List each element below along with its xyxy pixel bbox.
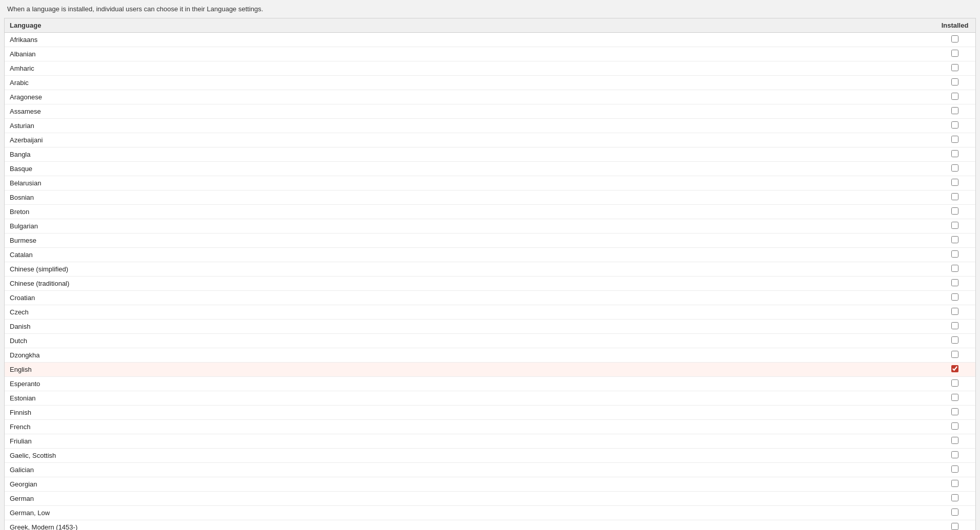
installed-cell — [934, 162, 975, 176]
table-row: Azerbaijani — [5, 133, 975, 147]
language-name: Croatian — [5, 291, 934, 305]
language-name: Catalan — [5, 248, 934, 262]
installed-checkbox[interactable] — [951, 422, 958, 430]
table-row: Afrikaans — [5, 33, 975, 47]
installed-cell — [934, 320, 975, 334]
language-name: German — [5, 492, 934, 506]
language-name: Galician — [5, 463, 934, 477]
installed-cell — [934, 205, 975, 219]
installed-cell — [934, 47, 975, 61]
installed-checkbox[interactable] — [951, 480, 958, 487]
installed-checkbox[interactable] — [951, 308, 958, 315]
language-table-body: AfrikaansAlbanianAmharicArabicAragoneseA… — [5, 33, 975, 531]
installed-checkbox[interactable] — [951, 136, 958, 143]
table-row: Burmese — [5, 234, 975, 248]
installed-column-header: Installed — [934, 18, 975, 33]
installed-checkbox[interactable] — [951, 293, 958, 301]
installed-checkbox[interactable] — [951, 236, 958, 243]
language-table: Language Installed AfrikaansAlbanianAmha… — [5, 18, 975, 530]
language-name: German, Low — [5, 506, 934, 520]
table-row: Breton — [5, 205, 975, 219]
table-row: Bangla — [5, 147, 975, 162]
installed-checkbox[interactable] — [951, 336, 958, 344]
installed-checkbox[interactable] — [951, 50, 958, 57]
installed-checkbox[interactable] — [951, 508, 958, 516]
table-row: Chinese (simplified) — [5, 262, 975, 277]
table-row: Galician — [5, 463, 975, 477]
language-column-header: Language — [5, 18, 934, 33]
installed-cell — [934, 291, 975, 305]
language-name: Dutch — [5, 334, 934, 348]
installed-checkbox[interactable] — [951, 451, 958, 458]
installed-cell — [934, 391, 975, 406]
installed-checkbox[interactable] — [951, 523, 958, 530]
installed-cell — [934, 463, 975, 477]
installed-checkbox[interactable] — [951, 394, 958, 401]
installed-cell — [934, 147, 975, 162]
table-row: Danish — [5, 320, 975, 334]
table-row: Croatian — [5, 291, 975, 305]
installed-checkbox[interactable] — [951, 179, 958, 186]
language-name: Breton — [5, 205, 934, 219]
installed-cell — [934, 506, 975, 520]
table-row: Bosnian — [5, 190, 975, 205]
installed-checkbox[interactable] — [951, 193, 958, 200]
installed-checkbox[interactable] — [951, 437, 958, 444]
installed-checkbox[interactable] — [951, 351, 958, 358]
installed-cell — [934, 520, 975, 531]
installed-checkbox[interactable] — [951, 93, 958, 100]
language-name: Esperanto — [5, 377, 934, 391]
table-row: Finnish — [5, 406, 975, 420]
installed-checkbox[interactable] — [951, 279, 958, 286]
installed-cell — [934, 377, 975, 391]
installed-checkbox[interactable] — [951, 64, 958, 71]
language-name: Georgian — [5, 477, 934, 492]
installed-checkbox[interactable] — [951, 365, 958, 372]
installed-checkbox[interactable] — [951, 379, 958, 387]
language-name: Afrikaans — [5, 33, 934, 47]
language-name: Gaelic, Scottish — [5, 449, 934, 463]
table-row: Georgian — [5, 477, 975, 492]
installed-checkbox[interactable] — [951, 322, 958, 329]
table-row: Dzongkha — [5, 348, 975, 363]
installed-checkbox[interactable] — [951, 250, 958, 258]
table-row: German — [5, 492, 975, 506]
installed-checkbox[interactable] — [951, 107, 958, 114]
installed-cell — [934, 248, 975, 262]
table-row: Belarusian — [5, 176, 975, 190]
language-name: Bosnian — [5, 190, 934, 205]
installed-checkbox[interactable] — [951, 494, 958, 501]
language-name: Asturian — [5, 119, 934, 133]
installed-cell — [934, 492, 975, 506]
installed-checkbox[interactable] — [951, 35, 958, 43]
table-row: Aragonese — [5, 90, 975, 104]
language-name: Czech — [5, 305, 934, 320]
installed-checkbox[interactable] — [951, 150, 958, 157]
installed-checkbox[interactable] — [951, 408, 958, 415]
installed-cell — [934, 348, 975, 363]
installed-checkbox[interactable] — [951, 164, 958, 172]
table-row: Chinese (traditional) — [5, 277, 975, 291]
table-row: Greek, Modern (1453-) — [5, 520, 975, 531]
installed-checkbox[interactable] — [951, 265, 958, 272]
installed-cell — [934, 406, 975, 420]
installed-cell — [934, 76, 975, 90]
table-row: Basque — [5, 162, 975, 176]
installed-checkbox[interactable] — [951, 222, 958, 229]
installed-cell — [934, 277, 975, 291]
language-name: English — [5, 363, 934, 377]
language-name: Belarusian — [5, 176, 934, 190]
notice-text: When a language is installed, individual… — [0, 0, 980, 18]
installed-checkbox[interactable] — [951, 78, 958, 86]
installed-checkbox[interactable] — [951, 207, 958, 215]
table-row: Arabic — [5, 76, 975, 90]
installed-checkbox[interactable] — [951, 465, 958, 473]
table-row: Asturian — [5, 119, 975, 133]
installed-checkbox[interactable] — [951, 121, 958, 129]
language-name: Bulgarian — [5, 219, 934, 234]
installed-cell — [934, 234, 975, 248]
language-name: Chinese (simplified) — [5, 262, 934, 277]
table-row: Gaelic, Scottish — [5, 449, 975, 463]
table-row: Czech — [5, 305, 975, 320]
table-row: German, Low — [5, 506, 975, 520]
